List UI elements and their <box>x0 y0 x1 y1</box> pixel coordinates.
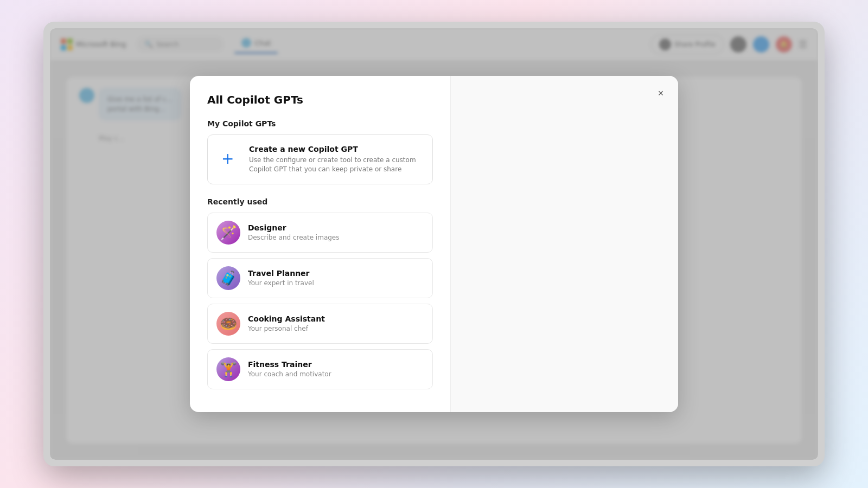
recently-used-section: Recently used 🪄 Designer Describe and cr… <box>207 197 433 389</box>
travel-emoji: 🧳 <box>220 270 237 286</box>
fitness-emoji: 🏋️ <box>220 361 237 377</box>
designer-emoji: 🪄 <box>220 224 237 241</box>
gpt-item-fitness-trainer[interactable]: 🏋️ Fitness Trainer Your coach and motiva… <box>207 349 433 389</box>
travel-planner-subtitle: Your expert in travel <box>248 279 314 287</box>
close-button[interactable]: × <box>652 85 669 102</box>
cooking-assistant-title: Cooking Assistant <box>248 314 325 323</box>
cooking-emoji: 🍩 <box>220 316 237 332</box>
cooking-assistant-icon: 🍩 <box>216 312 240 336</box>
fitness-trainer-subtitle: Your coach and motivator <box>248 370 331 378</box>
laptop-frame: Microsoft Bing 🔍 Search Chat <box>43 22 825 466</box>
travel-planner-text: Travel Planner Your expert in travel <box>248 269 314 287</box>
fitness-trainer-icon: 🏋️ <box>216 357 240 381</box>
recently-used-label: Recently used <box>207 197 433 206</box>
travel-planner-icon: 🧳 <box>216 266 240 290</box>
create-new-gpt-card[interactable]: + Create a new Copilot GPT Use the confi… <box>207 134 433 184</box>
travel-planner-title: Travel Planner <box>248 269 314 278</box>
all-copilot-gpts-modal: All Copilot GPTs My Copilot GPTs + Creat… <box>190 76 678 412</box>
designer-title: Designer <box>248 223 339 232</box>
gpt-item-travel-planner[interactable]: 🧳 Travel Planner Your expert in travel <box>207 258 433 298</box>
create-card-text: Create a new Copilot GPT Use the configu… <box>249 145 422 174</box>
modal-title: All Copilot GPTs <box>207 93 433 106</box>
modal-right-panel <box>450 76 678 412</box>
fitness-trainer-title: Fitness Trainer <box>248 360 331 369</box>
plus-icon: + <box>221 151 238 168</box>
gpt-item-cooking-assistant[interactable]: 🍩 Cooking Assistant Your personal chef <box>207 304 433 344</box>
create-card-description: Use the configure or create tool to crea… <box>249 156 422 174</box>
fitness-trainer-text: Fitness Trainer Your coach and motivator <box>248 360 331 378</box>
my-gpts-section-label: My Copilot GPTs <box>207 119 433 128</box>
screen: Microsoft Bing 🔍 Search Chat <box>50 28 818 460</box>
designer-subtitle: Describe and create images <box>248 234 339 241</box>
cooking-assistant-text: Cooking Assistant Your personal chef <box>248 314 325 332</box>
create-card-title: Create a new Copilot GPT <box>249 145 422 153</box>
gpt-item-designer[interactable]: 🪄 Designer Describe and create images <box>207 213 433 253</box>
plus-icon-wrap: + <box>219 149 240 170</box>
designer-icon: 🪄 <box>216 221 240 245</box>
modal-left-panel: All Copilot GPTs My Copilot GPTs + Creat… <box>190 76 450 412</box>
cooking-assistant-subtitle: Your personal chef <box>248 325 325 332</box>
designer-text: Designer Describe and create images <box>248 223 339 241</box>
modal-overlay: All Copilot GPTs My Copilot GPTs + Creat… <box>50 28 818 460</box>
